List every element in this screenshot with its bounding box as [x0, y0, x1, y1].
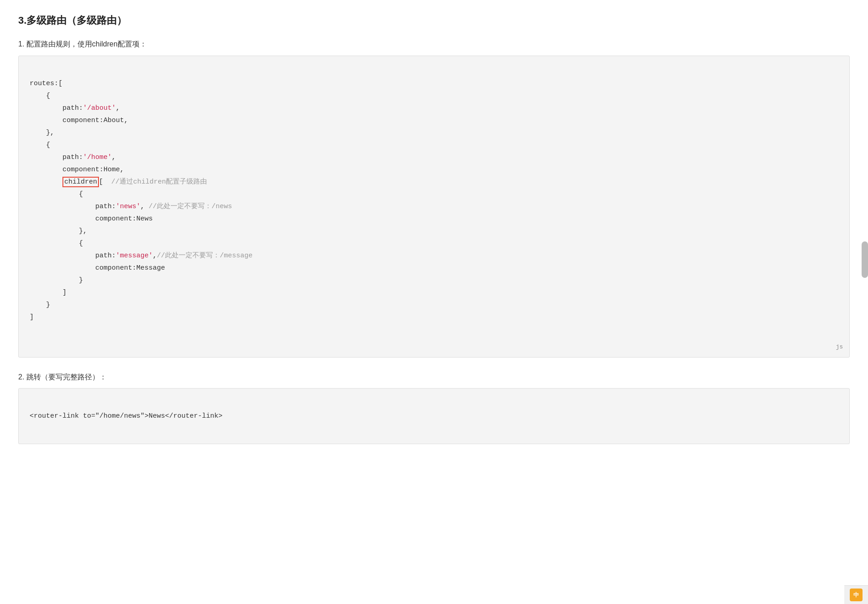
- code-line-2: {: [30, 92, 50, 100]
- code-line-19: }: [30, 301, 50, 309]
- code-line-16: component:Message: [30, 264, 165, 272]
- bottom-bar-icon: 中: [850, 589, 863, 601]
- comment-news: //此处一定不要写：/news: [149, 203, 232, 210]
- code-line-12: component:News: [30, 215, 153, 223]
- string-about: '/about': [83, 104, 116, 112]
- comment-message: //此处一定不要写：/message: [157, 252, 253, 260]
- code-block-1: routes:[ { path:'/about', component:Abou…: [18, 56, 850, 358]
- children-keyword: children: [62, 177, 99, 187]
- code-line-8: component:Home,: [30, 166, 124, 174]
- section1-label: 1. 配置路由规则，使用children配置项：: [18, 38, 850, 50]
- code-line-5: },: [30, 129, 54, 137]
- code-line-13: },: [30, 227, 87, 235]
- section1-wrapper: 1. 配置路由规则，使用children配置项： routes:[ { path…: [18, 38, 850, 358]
- string-message: 'message': [116, 252, 153, 260]
- section2-label: 2. 跳转（要写完整路径）：: [18, 371, 850, 383]
- code-line-15: path:'message',//此处一定不要写：/message: [30, 252, 253, 260]
- lang-badge-js: js: [836, 342, 843, 352]
- code-line-3: path:'/about',: [30, 104, 120, 112]
- code-line-6: {: [30, 141, 50, 149]
- string-home: '/home': [83, 154, 112, 161]
- router-link-code: <router-link to="/home/news">News</route…: [30, 412, 222, 420]
- bottom-bar-label: 中: [853, 591, 859, 599]
- code-line-1: routes:[: [30, 80, 62, 87]
- code-line-10: {: [30, 190, 83, 198]
- code-line-4: component:About,: [30, 117, 128, 124]
- code-line-9: children[ //通过children配置子级路由: [30, 177, 207, 187]
- bottom-bar: 中: [844, 585, 868, 604]
- code-line-18: ]: [30, 289, 67, 297]
- section2-wrapper: 2. 跳转（要写完整路径）： <router-link to="/home/ne…: [18, 371, 850, 445]
- code-block-2: <router-link to="/home/news">News</route…: [18, 388, 850, 444]
- page-title: 3.多级路由（多级路由）: [18, 14, 850, 27]
- page-scrollbar[interactable]: [862, 241, 868, 278]
- code-line-17: }: [30, 276, 83, 284]
- code-line-14: {: [30, 240, 83, 247]
- code-line-7: path:'/home',: [30, 154, 116, 161]
- code-line-20: ]: [30, 313, 34, 321]
- string-news: 'news': [116, 203, 140, 210]
- code-line-11: path:'news', //此处一定不要写：/news: [30, 203, 232, 210]
- comment-children: //通过children配置子级路由: [111, 178, 207, 186]
